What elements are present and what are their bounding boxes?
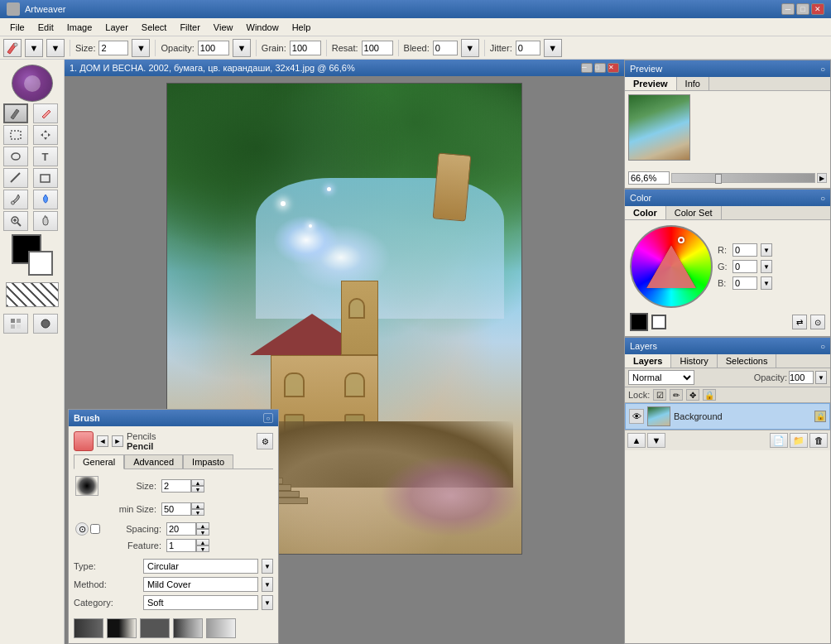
zoom-input[interactable] bbox=[628, 171, 670, 185]
brush-size-input[interactable] bbox=[161, 479, 191, 493]
tool-move[interactable] bbox=[33, 125, 58, 145]
menu-file[interactable]: File bbox=[3, 21, 31, 34]
toolbox-pattern[interactable] bbox=[6, 282, 59, 307]
minimize-button[interactable]: ─ bbox=[781, 3, 795, 15]
brush-next[interactable]: ► bbox=[112, 435, 123, 447]
add-folder-button[interactable]: 📁 bbox=[790, 433, 808, 448]
brush-options[interactable]: ▼ bbox=[46, 39, 65, 57]
tool-ellipse[interactable] bbox=[3, 147, 28, 166]
color-wheel[interactable] bbox=[630, 225, 713, 308]
tool-fill[interactable] bbox=[33, 190, 58, 209]
zoom-handle[interactable] bbox=[715, 174, 722, 184]
doc-minimize[interactable]: ─ bbox=[581, 63, 593, 73]
delete-layer-button[interactable]: 🗑 bbox=[809, 433, 828, 448]
maximize-button[interactable]: □ bbox=[796, 3, 809, 15]
close-button[interactable]: ✕ bbox=[811, 3, 824, 15]
brush-prev[interactable]: ◄ bbox=[97, 435, 108, 447]
brush-spacing-down[interactable]: ▼ bbox=[196, 529, 209, 536]
layers-tab-selections[interactable]: Selections bbox=[718, 354, 777, 368]
tool-text[interactable]: T bbox=[33, 147, 58, 166]
brush-settings-btn[interactable]: ⚙ bbox=[257, 433, 273, 449]
menu-select[interactable]: Select bbox=[135, 21, 174, 34]
g-dropdown[interactable]: ▼ bbox=[761, 260, 772, 273]
tool-shape[interactable] bbox=[33, 168, 58, 188]
brush-feature-up[interactable]: ▲ bbox=[196, 539, 209, 545]
size-dropdown[interactable]: ▼ bbox=[132, 39, 150, 57]
lock-transparency[interactable]: ☑ bbox=[653, 389, 666, 401]
brush-spacing-input[interactable] bbox=[166, 522, 196, 536]
opacity-input[interactable] bbox=[198, 41, 229, 55]
color-tab-color[interactable]: Color bbox=[625, 206, 666, 219]
menu-filter[interactable]: Filter bbox=[173, 21, 206, 34]
tool-pan[interactable] bbox=[33, 211, 58, 231]
tool-rect-select[interactable] bbox=[3, 125, 28, 145]
tool-extra1[interactable] bbox=[3, 314, 28, 334]
color-picker-icon[interactable]: ⊙ bbox=[810, 315, 825, 329]
brush-tab-general[interactable]: General bbox=[74, 454, 124, 469]
bleed-input[interactable] bbox=[433, 41, 458, 55]
bleed-dropdown[interactable]: ▼ bbox=[461, 39, 479, 57]
tool-zoom[interactable] bbox=[3, 211, 28, 231]
lock-position[interactable]: ✥ bbox=[686, 389, 699, 401]
r-input[interactable] bbox=[733, 243, 757, 257]
grain-input[interactable] bbox=[290, 41, 321, 55]
layers-arrow-down[interactable]: ▼ bbox=[647, 433, 665, 448]
menu-view[interactable]: View bbox=[207, 21, 240, 34]
jitter-dropdown[interactable]: ▼ bbox=[544, 39, 562, 57]
r-dropdown[interactable]: ▼ bbox=[761, 243, 772, 257]
b-dropdown[interactable]: ▼ bbox=[761, 276, 772, 290]
tool-brush[interactable] bbox=[3, 103, 28, 123]
doc-close[interactable]: ✕ bbox=[608, 63, 619, 73]
tool-extra2[interactable] bbox=[33, 314, 58, 334]
color-background-swatch[interactable] bbox=[651, 315, 666, 329]
preview-tab-info[interactable]: Info bbox=[677, 77, 709, 90]
spacing-checkbox[interactable] bbox=[90, 524, 100, 534]
menu-help[interactable]: Help bbox=[286, 21, 318, 34]
g-input[interactable] bbox=[733, 260, 757, 273]
preview-tab-preview[interactable]: Preview bbox=[625, 77, 677, 90]
menu-window[interactable]: Window bbox=[240, 21, 286, 34]
tool-eraser[interactable] bbox=[33, 103, 58, 123]
layer-opacity-dropdown[interactable]: ▼ bbox=[815, 371, 827, 384]
layers-tab-layers[interactable]: Layers bbox=[625, 354, 671, 368]
brush-tab-impasto[interactable]: Impasto bbox=[183, 454, 233, 469]
layer-visibility-toggle[interactable]: 👁 bbox=[629, 409, 644, 424]
swatch4[interactable] bbox=[173, 618, 203, 638]
zoom-slider[interactable] bbox=[671, 173, 815, 183]
add-layer-button[interactable]: 📄 bbox=[770, 433, 788, 448]
color-foreground-swatch[interactable] bbox=[630, 313, 648, 331]
brush-dropdown[interactable]: ▼ bbox=[25, 39, 43, 57]
size-input[interactable] bbox=[98, 41, 128, 55]
tool-eyedropper[interactable] bbox=[3, 190, 28, 209]
tool-line[interactable] bbox=[3, 168, 28, 188]
brush-category-dropdown[interactable]: ▼ bbox=[262, 595, 273, 610]
menu-image[interactable]: Image bbox=[60, 21, 99, 34]
zoom-max-btn[interactable]: ▶ bbox=[817, 173, 827, 183]
swap-colors-icon[interactable]: ⇄ bbox=[792, 315, 807, 329]
brush-size-up[interactable]: ▲ bbox=[191, 479, 204, 486]
background-color[interactable] bbox=[28, 251, 53, 276]
jitter-input[interactable] bbox=[516, 41, 540, 55]
brush-minsize-input[interactable] bbox=[161, 502, 191, 516]
lock-all[interactable]: 🔒 bbox=[703, 389, 716, 401]
resat-input[interactable] bbox=[362, 41, 393, 55]
layers-arrow-up[interactable]: ▲ bbox=[627, 433, 646, 448]
brush-panel-options[interactable]: ○ bbox=[263, 413, 273, 423]
b-input[interactable] bbox=[733, 276, 757, 290]
brush-method-dropdown[interactable]: ▼ bbox=[262, 577, 273, 592]
brush-feature-down[interactable]: ▼ bbox=[196, 545, 209, 552]
color-panel-close[interactable]: ○ bbox=[820, 194, 825, 203]
layer-mode-select[interactable]: Normal Multiply Screen bbox=[628, 370, 694, 385]
opacity-dropdown[interactable]: ▼ bbox=[233, 39, 251, 57]
brush-size-down[interactable]: ▼ bbox=[191, 486, 204, 493]
color-tab-colorset[interactable]: Color Set bbox=[666, 206, 722, 219]
layer-opacity-input[interactable] bbox=[789, 371, 814, 384]
brush-minsize-up[interactable]: ▲ bbox=[191, 502, 204, 509]
preview-panel-close[interactable]: ○ bbox=[820, 65, 825, 74]
brush-feature-input[interactable] bbox=[166, 539, 196, 552]
swatch2[interactable] bbox=[107, 618, 137, 638]
layers-tab-history[interactable]: History bbox=[671, 354, 717, 368]
brush-type-dropdown[interactable]: ▼ bbox=[262, 559, 273, 574]
swatch5[interactable] bbox=[206, 618, 236, 638]
brush-spacing-up[interactable]: ▲ bbox=[196, 522, 209, 529]
